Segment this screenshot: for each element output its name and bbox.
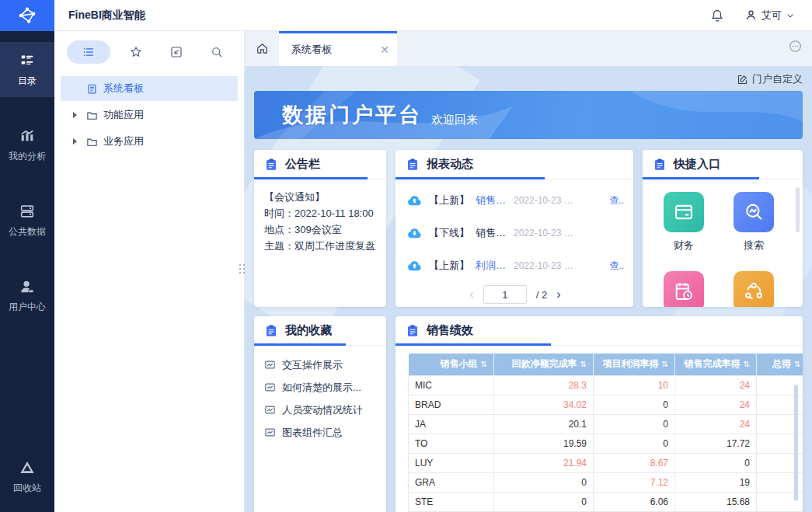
cloud-upload-icon [406,258,423,274]
value-cell: 0 [594,414,675,434]
user-center-icon [19,278,36,295]
sales-table-head-row: 销售小组⇅回款净额完成率⇅项目利润率得⇅销售完成率得⇅总得⇅ [409,354,803,375]
report-list: 【上新】 销售… 2022-10-23 … 查.. 【下线】 销售… [396,179,633,304]
home-tab-button[interactable] [245,31,279,66]
prev-page-icon[interactable]: ‹ [469,288,473,301]
value-cell: 28.3 [494,375,594,395]
report-item[interactable]: 【上新】 销售… 2022-10-23 … 查.. [406,184,624,217]
quick-tile-share[interactable] [734,271,774,307]
table-row: STE06.0615.68 [409,492,803,511]
page-input[interactable] [483,285,527,304]
view-link[interactable]: 查.. [609,194,624,207]
search-icon [210,45,224,59]
shared-to-me-button[interactable] [162,40,191,64]
card-scrollbar[interactable] [796,187,800,232]
chart-report-icon [264,381,276,393]
clipboard-icon [264,324,278,338]
list-icon [82,45,96,59]
sidebar-item-catalog[interactable]: 目录 [0,42,54,97]
favorite-item[interactable]: 图表组件汇总 [264,421,376,444]
pagination: ‹ / 2 › [406,285,624,304]
user-icon [744,9,758,22]
tab-system-dashboard[interactable]: 系统看板 ✕ [279,31,397,66]
column-header[interactable]: 总得⇅ [757,354,803,375]
value-cell: 10 [594,375,675,395]
finebi-logo[interactable] [0,0,54,31]
tree-item-function-apps[interactable]: 功能应用 [61,103,238,127]
column-header[interactable]: 销售小组⇅ [409,354,494,375]
top-bar-right: 艾可 [707,5,812,26]
view-link[interactable]: 查.. [609,259,624,273]
column-header[interactable]: 销售完成率得⇅ [675,354,757,375]
title-underline [396,177,545,179]
team-cell: JA [409,414,494,434]
sidebar-item-public-data[interactable]: 公共数据 [0,193,54,248]
value-cell: 0 [594,395,675,414]
title-underline [254,343,346,346]
folder-icon [86,110,98,121]
title-underline [643,177,759,179]
sidebar-item-label: 目录 [18,75,37,88]
column-header[interactable]: 回款净额完成率⇅ [494,354,594,375]
value-cell: 0 [594,434,675,453]
sidebar-item-my-analysis[interactable]: 我的分析 [0,117,54,172]
report-link[interactable]: 利润… [476,259,506,273]
card-header: 销售绩效 [396,316,803,346]
report-link[interactable]: 销售… [476,193,506,207]
sort-icon[interactable]: ⇅ [794,360,800,368]
portal-banner: 数据门户平台 欢迎回来 [254,91,803,139]
sort-icon[interactable]: ⇅ [481,360,487,368]
sort-icon[interactable]: ⇅ [662,360,668,368]
table-scrollbar[interactable] [794,385,798,501]
tab-bar: 系统看板 ✕ [245,31,812,66]
clipboard-icon [406,324,420,338]
expand-caret-icon[interactable] [73,112,81,118]
list-view-button[interactable] [67,40,110,64]
sales-performance-card: 销售绩效 销售小组⇅回款净额完成率⇅项目利润率得⇅销售完成率得⇅总得⇅ MIC2… [396,316,803,512]
card-header: 快捷入口 [643,150,803,179]
notification-bell-icon[interactable] [707,5,727,26]
finance-card-icon [673,201,695,223]
team-cell: GRA [409,472,494,492]
favorite-label: 人员变动情况统计 [282,403,363,417]
portal-customize-button[interactable]: 门户自定义 [254,69,803,89]
card-title: 我的收藏 [285,323,332,338]
sort-icon[interactable]: ⇅ [580,360,587,368]
favorites-star-button[interactable] [121,40,151,64]
report-name: 销售… [476,226,506,240]
report-item[interactable]: 【下线】 销售… 2022-10-23 … [406,217,624,249]
favorite-item[interactable]: 如何清楚的展示... [264,376,376,399]
edit-pencil-icon [737,74,748,85]
tree-item-system-dashboard[interactable]: 系统看板 [61,76,238,101]
favorites-card: 我的收藏 交互操作展示 如何清楚的展示... [254,316,386,512]
database-icon [19,203,36,220]
next-page-icon[interactable]: › [556,288,560,301]
report-item[interactable]: 【上新】 利润… 2022-10-23 … 查.. [406,249,624,282]
column-header[interactable]: 项目利润率得⇅ [594,354,675,375]
search-button[interactable] [202,40,232,64]
share-network-icon [743,280,765,302]
expand-caret-icon[interactable] [73,138,81,145]
user-menu[interactable]: 艾可 [744,9,795,23]
table-row: TO19.59017.72 [409,434,803,453]
sidebar-item-user-center[interactable]: 用户中心 [0,268,54,323]
quick-tile-schedule[interactable] [664,271,704,307]
quick-tile-search[interactable]: 搜索 [734,192,774,253]
favorite-label: 图表组件汇总 [282,426,343,440]
value-cell: 24 [675,395,757,414]
panel-resize-handle[interactable] [239,264,245,273]
sidebar-item-recycle-bin[interactable]: 回收站 [0,449,54,504]
favorite-item[interactable]: 交互操作展示 [264,354,376,376]
sort-icon[interactable]: ⇅ [744,360,750,368]
shared-import-icon [169,45,183,59]
tab-more-options-icon[interactable] [788,39,803,56]
tab-close-icon[interactable]: ✕ [380,44,389,55]
folder-icon [86,136,98,148]
search-analytics-icon [743,201,765,223]
quick-tile-finance[interactable]: 财务 [664,192,704,253]
top-bar: FineBI商业智能 艾可 [0,0,812,31]
tree-item-business-apps[interactable]: 业务应用 [61,129,238,154]
banner-title: 数据门户平台 [282,101,422,129]
dashboard-doc-icon [86,83,98,95]
favorite-item[interactable]: 人员变动情况统计 [264,399,376,421]
